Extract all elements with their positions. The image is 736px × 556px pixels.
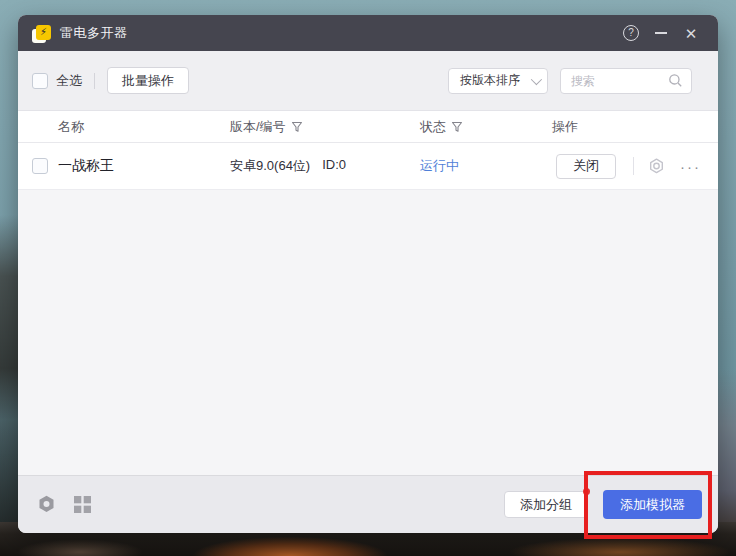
actions-divider bbox=[633, 157, 634, 175]
status-badge: 运行中 bbox=[420, 157, 552, 175]
column-header-name: 名称 bbox=[58, 118, 230, 136]
more-options-icon[interactable]: ··· bbox=[680, 158, 701, 175]
instance-version: 安卓9.0(64位) ID:0 bbox=[230, 157, 420, 175]
table-row[interactable]: 一战称王 安卓9.0(64位) ID:0 运行中 关闭 ··· bbox=[18, 143, 718, 190]
toolbar: 全选 批量操作 按版本排序 bbox=[18, 51, 718, 110]
window-title: 雷电多开器 bbox=[60, 24, 128, 42]
batch-operations-button[interactable]: 批量操作 bbox=[107, 67, 189, 94]
close-icon: ✕ bbox=[685, 26, 698, 41]
stop-instance-button[interactable]: 关闭 bbox=[556, 154, 616, 179]
chevron-down-icon bbox=[531, 73, 542, 84]
select-all-checkbox[interactable] bbox=[32, 73, 48, 89]
grid-view-icon[interactable] bbox=[74, 496, 91, 513]
sort-dropdown[interactable]: 按版本排序 bbox=[448, 68, 548, 94]
column-header-status[interactable]: 状态 bbox=[420, 118, 552, 136]
app-window: ⚡ 雷电多开器 ? ✕ 全选 批量操作 按版本排序 bbox=[18, 15, 718, 533]
select-all-label: 全选 bbox=[56, 72, 82, 90]
instance-settings-icon[interactable] bbox=[647, 157, 666, 176]
filter-icon[interactable] bbox=[451, 121, 463, 133]
column-header-version[interactable]: 版本/编号 bbox=[230, 118, 420, 136]
desktop-wallpaper: ⚡ 雷电多开器 ? ✕ 全选 批量操作 按版本排序 bbox=[0, 0, 736, 556]
add-group-button[interactable]: 添加分组 bbox=[504, 491, 588, 518]
global-settings-icon[interactable] bbox=[36, 494, 57, 515]
filter-icon[interactable] bbox=[291, 121, 303, 133]
footer-bar: 添加分组 添加模拟器 bbox=[18, 475, 718, 533]
column-header-actions: 操作 bbox=[552, 118, 718, 136]
toolbar-divider bbox=[94, 73, 95, 89]
notification-dot-badge bbox=[583, 488, 590, 495]
search-box[interactable] bbox=[560, 68, 692, 94]
minimize-button[interactable] bbox=[646, 20, 676, 46]
instance-id: ID:0 bbox=[322, 157, 346, 175]
instance-list-empty-area bbox=[18, 190, 718, 475]
sort-dropdown-value: 按版本排序 bbox=[460, 72, 531, 89]
search-input[interactable] bbox=[571, 74, 668, 88]
wallpaper-mountain-left bbox=[0, 215, 20, 556]
row-actions: 关闭 ··· bbox=[552, 154, 718, 179]
table-header: 名称 版本/编号 状态 操作 bbox=[18, 110, 718, 143]
add-emulator-button[interactable]: 添加模拟器 bbox=[603, 490, 702, 519]
titlebar[interactable]: ⚡ 雷电多开器 ? ✕ bbox=[18, 15, 718, 51]
row-checkbox[interactable] bbox=[32, 158, 48, 174]
help-button[interactable]: ? bbox=[616, 20, 646, 46]
search-icon bbox=[668, 73, 683, 88]
minimize-icon bbox=[655, 32, 667, 34]
app-logo-lightning-icon: ⚡ bbox=[34, 25, 51, 42]
close-button[interactable]: ✕ bbox=[676, 20, 706, 46]
help-icon: ? bbox=[623, 25, 639, 41]
instance-name: 一战称王 bbox=[58, 157, 230, 175]
